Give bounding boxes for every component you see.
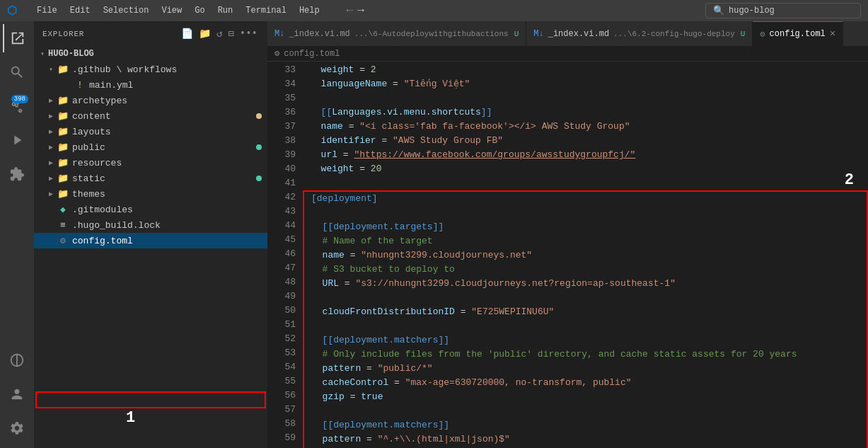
themes-label: themes — [72, 189, 105, 200]
main-yml-label: main.yml — [89, 80, 133, 91]
new-file-button[interactable]: 📄 — [180, 26, 195, 41]
tab-bar: M↓ _index.vi.md ...\6-Autodeploywithgith… — [267, 21, 868, 46]
tab-path-1: ...\6-Autodeploywithgithubactions — [354, 30, 509, 38]
code-line-59: pattern = "^.+\\.(html|xml|json)$" — [304, 432, 867, 447]
tree-item-content[interactable]: ▶ 📁 content — [34, 108, 267, 124]
tree-item-hugo-build[interactable]: ≡ .hugo_build.lock — [34, 217, 267, 233]
layouts-label: layouts — [72, 127, 111, 137]
menu-file[interactable]: File — [31, 4, 63, 18]
menu-terminal[interactable]: Terminal — [240, 4, 292, 18]
folder-icon: 📁 — [57, 188, 69, 200]
titlebar: ⬡ File Edit Selection View Go Run Termin… — [0, 0, 868, 21]
code-editor: 33 34 35 36 37 38 39 40 41 42 43 44 45 4… — [267, 62, 868, 448]
code-line-45: # Name of the target — [304, 234, 867, 248]
source-control-badge: 398 — [11, 95, 28, 103]
tree-item-main-yml[interactable]: ! main.yml — [34, 77, 267, 93]
activity-accounts[interactable] — [3, 380, 31, 408]
static-label: static — [72, 173, 105, 184]
activity-remote[interactable] — [3, 346, 31, 374]
settings-file-icon: ⚙ — [57, 234, 69, 247]
config-toml-label: config.toml — [72, 236, 133, 246]
folder-icon: 📁 — [57, 156, 69, 169]
archetypes-label: archetypes — [72, 96, 127, 106]
content-dot — [256, 113, 262, 119]
code-line-56: gzip = true — [304, 390, 867, 404]
md-icon-1: M↓ — [274, 29, 284, 39]
code-line-51 — [304, 319, 867, 333]
tree-item-config-toml[interactable]: ⚙ config.toml — [34, 233, 267, 248]
tab-config-toml[interactable]: ⚙ config.toml × — [753, 21, 843, 46]
tree-item-public[interactable]: ▶ 📁 public — [34, 139, 267, 155]
tree-item-resources[interactable]: ▶ 📁 resources — [34, 155, 267, 171]
toml-icon: ⚙ — [760, 29, 765, 40]
annotation-1: 1 — [126, 409, 135, 427]
tab-index-vi-1[interactable]: M↓ _index.vi.md ...\6-Autodeploywithgith… — [267, 21, 526, 46]
code-line-54: pattern = "public/*" — [304, 362, 867, 376]
code-line-49 — [304, 291, 867, 305]
breadcrumb-icon: ⚙ — [274, 48, 279, 59]
search-text: hugo-blog — [729, 6, 775, 16]
folder-icon: 📁 — [57, 172, 69, 185]
refresh-button[interactable]: ↺ — [215, 26, 224, 41]
tree-item-github[interactable]: ▾ 📁 .github \ workflows — [34, 62, 267, 77]
nav-forward[interactable]: → — [357, 4, 364, 17]
tree-item-themes[interactable]: ▶ 📁 themes — [34, 186, 267, 202]
activity-settings[interactable] — [3, 414, 31, 442]
activity-extensions[interactable] — [3, 160, 31, 188]
tree-item-static[interactable]: ▶ 📁 static — [34, 171, 267, 186]
activity-explorer[interactable] — [3, 24, 31, 52]
tab-index-vi-2[interactable]: M↓ _index.vi.md ...\6.2-config-hugo-depl… — [526, 21, 753, 46]
activity-bar: 398 — [0, 21, 34, 448]
activity-source-control[interactable]: 398 — [3, 92, 31, 120]
folder-icon: 📁 — [57, 63, 69, 76]
tab-dirty-2: U — [741, 30, 746, 38]
code-line-36: [[Languages.vi.menu.shortcuts]] — [303, 105, 868, 120]
search-bar[interactable]: 🔍 hugo-blog — [705, 3, 861, 18]
activity-run[interactable] — [3, 126, 31, 154]
menu-run[interactable]: Run — [212, 4, 239, 18]
resources-label: resources — [72, 158, 122, 168]
code-line-38: identifier = "AWS Study Group FB" — [303, 134, 868, 148]
code-line-46: name = "nhungnt3299.cloudjourneys.net" — [304, 248, 867, 263]
tab-path-2: ...\6.2-config-hugo-deploy — [613, 30, 735, 38]
static-dot — [256, 176, 262, 181]
menu-help[interactable]: Help — [294, 4, 325, 18]
folder-icon: 📁 — [57, 125, 69, 138]
hugo-build-label: .hugo_build.lock — [72, 220, 161, 231]
diamond-icon: ◆ — [57, 203, 69, 216]
new-folder-button[interactable]: 📁 — [197, 26, 212, 41]
code-line-55: cacheControl = "max-age=630720000, no-tr… — [304, 376, 867, 390]
nav-back[interactable]: ← — [347, 4, 354, 17]
menu-selection[interactable]: Selection — [98, 4, 155, 18]
code-line-42: [deployment] — [304, 192, 867, 206]
navigation-arrows: ← → — [347, 4, 364, 17]
code-line-35 — [303, 91, 868, 105]
tree-item-layouts[interactable]: ▶ 📁 layouts — [34, 124, 267, 139]
menu-edit[interactable]: Edit — [64, 4, 96, 18]
folder-icon: 📁 — [57, 110, 69, 122]
code-line-34: languageName = "Tiếng Việt" — [303, 77, 868, 91]
public-arrow: ▶ — [45, 142, 57, 153]
tab-label-3: config.toml — [770, 29, 826, 39]
tree-root[interactable]: ▾ HUGO-BLOG — [34, 46, 267, 62]
sidebar-title: EXPLORER — [42, 30, 84, 38]
activity-bar-bottom — [3, 346, 31, 448]
more-options[interactable]: ••• — [238, 26, 259, 41]
menu-go[interactable]: Go — [189, 4, 210, 18]
root-label: HUGO-BLOG — [48, 49, 94, 59]
md-icon-2: M↓ — [533, 29, 543, 39]
code-line-33: weight = 2 — [303, 63, 868, 77]
code-content[interactable]: weight = 2 languageName = "Tiếng Việt" [… — [303, 62, 868, 448]
file-icon: ≡ — [57, 219, 69, 231]
public-dot — [256, 144, 262, 150]
gitmodules-label: .gitmodules — [72, 205, 133, 215]
tree-item-gitmodules[interactable]: ◆ .gitmodules — [34, 202, 267, 217]
sidebar: EXPLORER 📄 📁 ↺ ⊟ ••• ▾ HUGO-BLOG ▾ 📁 .gi… — [34, 21, 267, 448]
archetypes-arrow: ▶ — [45, 95, 57, 106]
tab-close-button[interactable]: × — [830, 29, 835, 39]
tree-item-archetypes[interactable]: ▶ 📁 archetypes — [34, 93, 267, 108]
activity-search[interactable] — [3, 58, 31, 86]
code-line-41 — [303, 176, 868, 190]
menu-view[interactable]: View — [156, 4, 187, 18]
collapse-button[interactable]: ⊟ — [226, 26, 235, 41]
